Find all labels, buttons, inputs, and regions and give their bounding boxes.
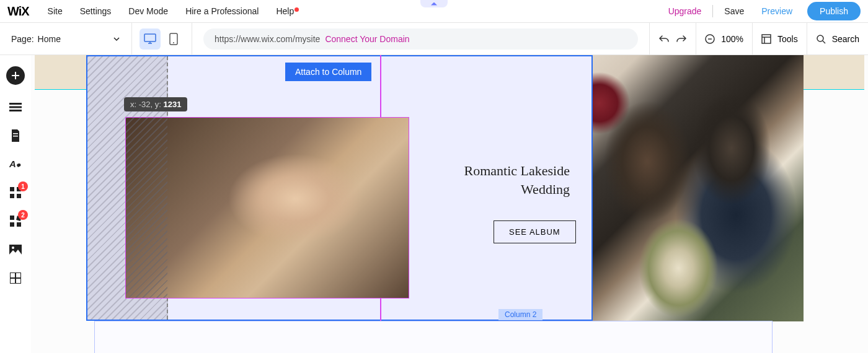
desktop-view-button[interactable] xyxy=(140,28,161,50)
zoom-section[interactable]: 100% xyxy=(696,23,752,54)
notification-dot-icon xyxy=(294,7,299,12)
theme-button[interactable]: A xyxy=(9,158,22,170)
search-icon xyxy=(816,34,826,44)
wix-logo[interactable]: WiX xyxy=(7,4,29,19)
menu-hire[interactable]: Hire a Professional xyxy=(177,6,267,16)
menu-site[interactable]: Site xyxy=(39,6,71,16)
grid-icon xyxy=(10,272,21,284)
coords-value: 1231 xyxy=(163,100,181,109)
svg-point-5 xyxy=(817,35,823,41)
search-section[interactable]: Search xyxy=(807,23,868,54)
desktop-icon xyxy=(144,33,156,45)
top-menu-left: WiX Site Settings Dev Mode Hire a Profes… xyxy=(7,4,303,19)
attach-to-column-button[interactable]: Attach to Column xyxy=(285,63,371,81)
divider xyxy=(712,5,713,17)
url-section: https://www.wix.com/mysite Connect Your … xyxy=(192,23,649,54)
sections-icon xyxy=(9,103,22,111)
media-button[interactable] xyxy=(9,243,22,256)
site-url: https://www.wix.com/mysite xyxy=(215,34,320,44)
wedding-couple-image[interactable] xyxy=(563,55,804,321)
page-strip: Romantic Lakeside Wedding SEE ALBUM Colu… xyxy=(35,55,864,321)
see-album-button[interactable]: SEE ALBUM xyxy=(494,220,576,243)
preview-button[interactable]: Preview xyxy=(753,6,801,16)
chevron-down-icon xyxy=(113,35,120,43)
svg-rect-7 xyxy=(9,107,22,108)
column-label: Column 2 xyxy=(498,309,542,320)
editor-canvas[interactable]: Romantic Lakeside Wedding SEE ALBUM Colu… xyxy=(31,55,868,353)
svg-rect-16 xyxy=(10,216,14,220)
redo-icon[interactable] xyxy=(676,34,687,44)
app-market-button[interactable]: 1 xyxy=(9,186,22,199)
svg-rect-10 xyxy=(13,136,18,137)
connect-domain-link[interactable]: Connect Your Domain xyxy=(325,34,409,44)
right-tools: 100% Tools Search xyxy=(649,23,868,54)
editor-toolbar: Page: Home https://www.wix.com/mysite Co… xyxy=(0,23,868,55)
svg-rect-6 xyxy=(9,103,22,105)
svg-rect-8 xyxy=(9,110,22,111)
mobile-view-button[interactable] xyxy=(163,28,184,50)
collapse-handle[interactable] xyxy=(420,0,448,7)
undo-redo-section xyxy=(649,23,696,54)
content-manager-button[interactable] xyxy=(9,272,22,284)
menu-help-label: Help xyxy=(276,6,294,16)
svg-text:A: A xyxy=(9,159,16,169)
plus-icon xyxy=(11,71,20,81)
theme-icon: A xyxy=(9,158,22,170)
url-bar[interactable]: https://www.wix.com/mysite Connect Your … xyxy=(203,28,638,50)
section-heading[interactable]: Romantic Lakeside Wedding xyxy=(440,162,570,198)
sections-button[interactable] xyxy=(9,101,22,113)
coords-prefix: x: -32, y: xyxy=(130,100,163,109)
svg-rect-15 xyxy=(17,194,21,198)
upgrade-link[interactable]: Upgrade xyxy=(660,6,711,16)
device-switcher xyxy=(132,23,192,54)
search-label: Search xyxy=(832,34,859,44)
badge-count: 1 xyxy=(18,181,28,191)
zoom-out-icon xyxy=(705,34,715,44)
svg-rect-4 xyxy=(762,35,771,43)
undo-icon[interactable] xyxy=(658,34,670,44)
my-business-button[interactable]: 2 xyxy=(9,215,22,227)
overflow-hatch-area xyxy=(126,118,167,298)
tools-icon xyxy=(761,34,771,44)
svg-rect-12 xyxy=(10,187,14,191)
publish-button[interactable]: Publish xyxy=(807,2,861,20)
page-selector[interactable]: Page: Home xyxy=(11,23,132,54)
top-menu-right: Upgrade Save Preview Publish xyxy=(660,2,861,20)
mobile-icon xyxy=(169,33,178,45)
zoom-level: 100% xyxy=(721,34,743,44)
page-icon xyxy=(11,129,20,142)
page-prefix: Page: xyxy=(11,34,34,44)
svg-point-21 xyxy=(12,246,14,249)
svg-point-2 xyxy=(173,42,174,43)
position-tooltip: x: -32, y: 1231 xyxy=(124,97,187,111)
tools-section[interactable]: Tools xyxy=(752,23,807,54)
svg-rect-19 xyxy=(17,222,21,227)
dragging-image-element[interactable] xyxy=(125,117,409,299)
page-name: Home xyxy=(38,34,61,44)
next-section-placeholder[interactable] xyxy=(94,321,773,353)
pages-button[interactable] xyxy=(9,129,22,142)
left-sidebar: A 1 2 xyxy=(0,55,31,353)
menu-settings[interactable]: Settings xyxy=(71,6,120,16)
add-element-button[interactable] xyxy=(6,66,25,85)
badge-count: 2 xyxy=(18,210,28,220)
media-icon xyxy=(9,245,22,255)
tools-label: Tools xyxy=(777,34,798,44)
svg-rect-14 xyxy=(10,194,14,198)
menu-help[interactable]: Help xyxy=(267,6,303,16)
menu-devmode[interactable]: Dev Mode xyxy=(120,6,177,16)
svg-rect-18 xyxy=(10,222,14,227)
svg-rect-9 xyxy=(13,133,18,134)
save-button[interactable]: Save xyxy=(715,6,753,16)
svg-rect-0 xyxy=(144,34,156,41)
